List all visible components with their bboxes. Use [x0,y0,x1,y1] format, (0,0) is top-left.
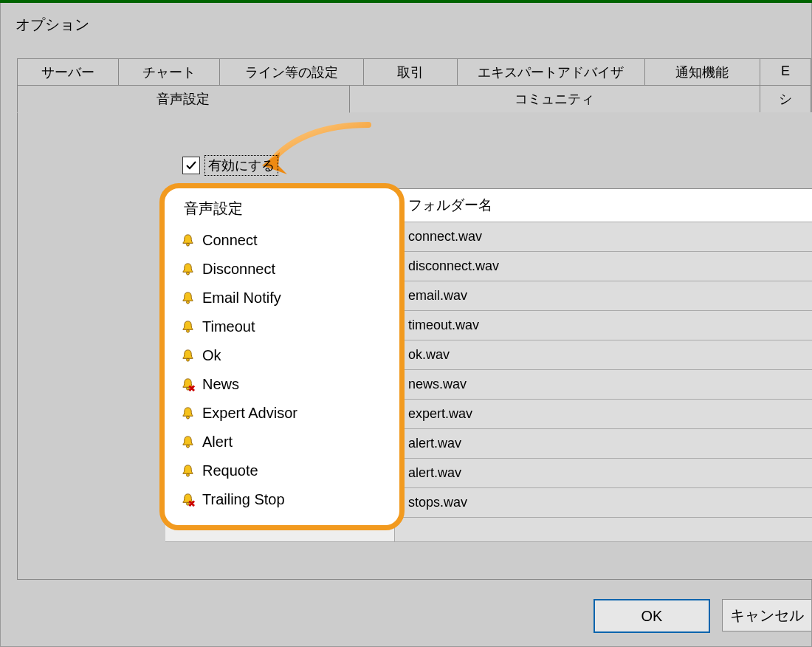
bell-muted-icon [181,377,195,391]
event-name: News [202,376,239,393]
bell-icon [181,349,195,363]
bell-muted-icon [181,493,195,507]
event-name: Requote [202,462,258,479]
tab-trade[interactable]: 取引 [364,58,458,86]
bell-icon [181,464,195,478]
svg-point-17 [187,445,190,448]
list-item[interactable]: Alert [181,428,395,456]
tab-community[interactable]: コミュニティ [350,85,760,113]
file-name: alert.wav [408,465,461,481]
svg-point-12 [187,301,190,304]
event-name: Trailing Stop [202,491,285,508]
highlight-callout: 音声設定 Connect Disconnect Email Notify Tim… [159,183,405,530]
svg-point-16 [187,416,190,419]
cancel-button[interactable]: キャンセル [722,599,811,631]
svg-point-15 [187,387,190,390]
list-item[interactable]: Timeout [181,312,395,341]
bell-icon [181,320,195,334]
tab-ea[interactable]: エキスパートアドバイザ [458,58,644,86]
tab-server[interactable]: サーバー [17,58,119,86]
sound-panel: 有効にする 音声設定 フォルダー名 Connect connect.wav Di… [17,112,812,580]
event-name: Disconnect [202,261,275,278]
tab-row-1: サーバー チャート ライン等の設定 取引 エキスパートアドバイザ 通知機能 E [17,58,811,86]
file-name: disconnect.wav [408,259,499,274]
tab-notify[interactable]: 通知機能 [645,58,760,86]
options-dialog: オプション サーバー チャート ライン等の設定 取引 エキスパートアドバイザ 通… [0,3,812,647]
tab-sound[interactable]: 音声設定 [17,85,350,113]
tab-e[interactable]: E [760,58,811,86]
event-name: Email Notify [202,290,281,307]
col-header-file[interactable]: フォルダー名 [395,189,812,222]
list-item[interactable]: News [181,370,395,399]
bell-icon [181,262,195,276]
event-name: Connect [202,232,258,249]
tab-shi[interactable]: シ [760,85,811,113]
bell-icon [181,291,195,305]
svg-point-10 [187,243,190,246]
file-name: ok.wav [408,347,450,363]
bell-icon [181,233,195,247]
arrow-annotation-icon [258,121,376,188]
event-name: Alert [202,434,233,451]
tab-lines[interactable]: ライン等の設定 [220,58,364,86]
file-name: connect.wav [408,229,482,244]
svg-point-14 [187,358,190,361]
svg-point-13 [187,329,190,332]
file-name: email.wav [408,288,467,304]
list-item[interactable]: Connect [181,226,395,255]
list-item[interactable]: Email Notify [181,284,395,312]
ok-button[interactable]: OK [593,599,710,633]
event-name: Ok [202,347,221,364]
svg-point-11 [187,272,190,275]
list-item[interactable]: Trailing Stop [181,485,395,514]
file-name: expert.wav [408,406,472,422]
bell-icon [181,435,195,449]
list-item[interactable]: Disconnect [181,255,395,284]
list-item[interactable]: Ok [181,341,395,370]
file-name: stops.wav [408,495,467,510]
svg-point-19 [187,502,190,505]
file-name: alert.wav [408,436,461,451]
enable-sound-checkbox[interactable] [182,157,200,174]
file-name: news.wav [408,377,467,392]
enable-sound-label: 有効にする [204,155,278,176]
event-name: Expert Advisor [202,405,297,422]
tab-chart[interactable]: チャート [119,58,220,86]
list-item[interactable]: Requote [181,456,395,485]
list-item[interactable]: Expert Advisor [181,399,395,428]
event-name: Timeout [202,318,255,335]
tab-row-2: 音声設定 コミュニティ シ [17,85,811,113]
bell-icon [181,406,195,420]
svg-point-18 [187,473,190,476]
dialog-title: オプション [1,3,811,42]
file-name: timeout.wav [408,318,479,333]
highlight-header: 音声設定 [181,194,395,226]
